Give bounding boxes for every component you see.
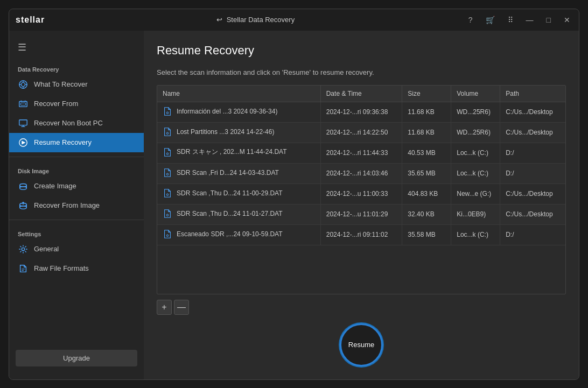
cell-size: 32.40 KB — [402, 204, 451, 224]
instruction-text: Select the scan information and click on… — [157, 68, 566, 76]
table-row[interactable]: SDR スキャン , 202...M 11-44-24.DAT 2024-12-… — [157, 143, 565, 163]
cell-volume: New...e (G:) — [451, 184, 500, 204]
help-button[interactable]: ? — [466, 15, 475, 25]
cell-datetime: 2024-12-...ri 09:36:38 — [320, 102, 402, 122]
cell-volume: Loc...k (C:) — [451, 163, 500, 184]
svg-point-23 — [22, 248, 24, 250]
cell-datetime: 2024-12-...ri 14:03:46 — [320, 163, 402, 184]
upgrade-button[interactable]: Upgrade — [16, 350, 137, 366]
hamburger-button[interactable]: ☰ — [16, 39, 29, 55]
cart-button[interactable]: 🛒 — [484, 15, 497, 25]
titlebar-center: ↩ Stellar Data Recovery — [216, 16, 295, 24]
sidebar-item-recover-from[interactable]: Recover From — [9, 94, 144, 114]
section-label-disk-image: Disk Image — [9, 161, 144, 177]
sidebar-divider-2 — [9, 220, 144, 220]
remove-row-button[interactable]: — — [174, 300, 189, 315]
table-row[interactable]: SDR Scan ,Thu D...24 11-01-27.DAT 2024-1… — [157, 204, 565, 224]
create-image-icon — [18, 181, 29, 192]
cell-name: SDR スキャン , 202...M 11-44-24.DAT — [157, 143, 320, 163]
raw-file-formats-icon — [18, 263, 29, 274]
svg-point-35 — [167, 194, 168, 195]
cell-volume: Ki...0EB9) — [451, 204, 500, 224]
resume-button[interactable]: Resume — [340, 323, 383, 366]
col-header-date: Date & Time — [320, 86, 402, 102]
svg-point-37 — [167, 215, 168, 215]
sidebar-divider-1 — [9, 157, 144, 157]
table-row[interactable]: Lost Partitions ...3 2024 14-22-46) 2024… — [157, 122, 565, 143]
sidebar-label-general: General — [34, 245, 59, 253]
table-row[interactable]: SDR Scan ,Fri D...24 14-03-43.DAT 2024-1… — [157, 163, 565, 184]
cell-name: Escaneado SDR ,...24 09-10-59.DAT — [157, 224, 320, 245]
sidebar-label-create-image: Create Image — [34, 182, 76, 190]
add-row-button[interactable]: + — [157, 300, 172, 315]
table-row[interactable]: Escaneado SDR ,...24 09-10-59.DAT 2024-1… — [157, 224, 565, 245]
col-header-path: Path — [500, 86, 565, 102]
cell-name: SDR Scan ,Fri D...24 14-03-43.DAT — [157, 163, 320, 184]
grid-button[interactable]: ⠿ — [506, 15, 515, 25]
cell-size: 35.65 MB — [402, 163, 451, 184]
svg-point-29 — [167, 133, 168, 133]
app-logo: stellar — [16, 15, 45, 25]
cell-path: D:/ — [500, 224, 565, 245]
main-content: Resume Recovery Select the scan informat… — [144, 31, 579, 379]
section-label-settings: Settings — [9, 224, 144, 239]
cell-name: SDR Scan ,Thu D...24 11-01-27.DAT — [157, 204, 320, 224]
sidebar-label-recover-from: Recover From — [34, 100, 78, 108]
svg-rect-7 — [21, 103, 26, 105]
cell-size: 404.83 KB — [402, 184, 451, 204]
sidebar-top: ☰ — [9, 37, 144, 60]
cell-name: Lost Partitions ...3 2024 14-22-46) — [157, 122, 320, 143]
cell-name: SDR Scan ,Thu D...24 11-00-29.DAT — [157, 184, 320, 204]
titlebar-title: Stellar Data Recovery — [227, 16, 295, 24]
cell-volume: Loc...k (C:) — [451, 224, 500, 245]
sidebar-item-create-image[interactable]: Create Image — [9, 177, 144, 196]
cell-datetime: 2024-12-...ri 14:22:50 — [320, 122, 402, 143]
cell-datetime: 2024-12-...ri 09:11:02 — [320, 224, 402, 245]
close-button[interactable]: ✕ — [562, 15, 572, 25]
cell-path: C:/Us.../Desktop — [500, 122, 565, 143]
svg-point-39 — [167, 235, 168, 236]
sidebar-item-resume-recovery[interactable]: Resume Recovery — [9, 133, 144, 152]
sidebar-item-recover-from-image[interactable]: Recover From Image — [9, 196, 144, 215]
sidebar-item-general[interactable]: General — [9, 239, 144, 259]
recover-from-icon — [18, 98, 29, 109]
table-row[interactable]: Información del ...3 2024 09-36-34) 2024… — [157, 102, 565, 122]
cell-size: 35.58 MB — [402, 224, 451, 245]
sidebar-label-resume-recovery: Resume Recovery — [34, 138, 92, 146]
section-label-data-recovery: Data Recovery — [9, 60, 144, 75]
maximize-button[interactable]: □ — [544, 15, 553, 25]
minimize-button[interactable]: — — [524, 15, 536, 25]
cell-name: Información del ...3 2024 09-36-34) — [157, 102, 320, 122]
sidebar-label-recover-non-boot: Recover Non Boot PC — [34, 119, 103, 127]
col-header-volume: Volume — [451, 86, 500, 102]
titlebar-left: stellar — [16, 15, 45, 25]
scan-table-container[interactable]: Name Date & Time Size Volume Path — [157, 85, 566, 294]
cell-size: 11.68 KB — [402, 122, 451, 143]
cell-path: C:/Us.../Desktop — [500, 102, 565, 122]
table-row[interactable]: SDR Scan ,Thu D...24 11-00-29.DAT 2024-1… — [157, 184, 565, 204]
svg-point-27 — [167, 112, 168, 113]
cell-size: 40.53 MB — [402, 143, 451, 163]
cell-datetime: 2024-12-...ri 11:44:33 — [320, 143, 402, 163]
cell-volume: WD...25R6) — [451, 102, 500, 122]
table-actions: + — — [157, 300, 566, 315]
col-header-name: Name — [157, 86, 320, 102]
what-to-recover-icon — [18, 79, 29, 90]
svg-point-31 — [167, 153, 168, 154]
sidebar-item-what-to-recover[interactable]: What To Recover — [9, 75, 144, 94]
cell-datetime: 2024-12-...u 11:00:33 — [320, 184, 402, 204]
svg-point-17 — [20, 184, 27, 186]
cell-path: D:/ — [500, 143, 565, 163]
resume-recovery-icon — [18, 137, 29, 148]
sidebar-item-raw-file-formats[interactable]: Raw File Formats — [9, 259, 144, 278]
titlebar-right: ? 🛒 ⠿ — □ ✕ — [466, 15, 572, 25]
cell-volume: WD...25R6) — [451, 122, 500, 143]
cell-datetime: 2024-12-...u 11:01:29 — [320, 204, 402, 224]
table-header-row: Name Date & Time Size Volume Path — [157, 86, 565, 102]
svg-point-18 — [20, 206, 27, 208]
window-body: ☰ Data Recovery What To Recover — [9, 31, 579, 379]
app-window: stellar ↩ Stellar Data Recovery ? 🛒 ⠿ — … — [9, 9, 579, 380]
sidebar: ☰ Data Recovery What To Recover — [9, 31, 144, 379]
back-icon: ↩ — [216, 16, 222, 24]
sidebar-item-recover-non-boot[interactable]: Recover Non Boot PC — [9, 114, 144, 133]
